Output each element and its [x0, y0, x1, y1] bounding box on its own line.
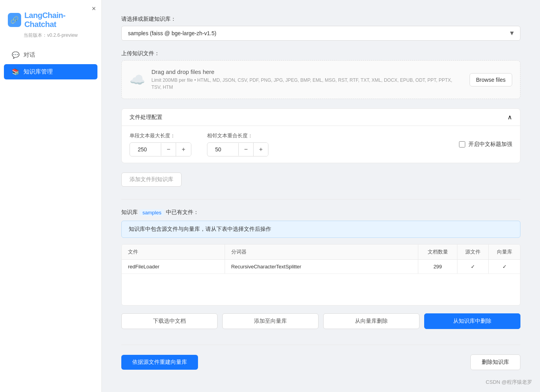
- kb-dropdown-wrapper: samples (faiss @ bge-large-zh-v1.5) ▼: [121, 26, 520, 41]
- th-source: 源文件: [457, 245, 489, 259]
- upload-label: 上传知识文件：: [121, 50, 520, 57]
- th-file: 文件: [122, 245, 225, 259]
- kb-files-header: 知识库 samples 中已有文件：: [121, 209, 520, 216]
- upload-cloud-icon: ☁️: [130, 72, 145, 87]
- remove-vector-button[interactable]: 从向量库删除: [323, 313, 419, 329]
- table-header: 文件 分词器 文档数量 源文件 向量库: [122, 245, 520, 260]
- max-length-label: 单段文本最大长度：: [130, 132, 191, 139]
- overlap-field: 相邻文本重合长度： 50 − +: [207, 132, 269, 156]
- knowledge-icon: 📚: [12, 68, 20, 76]
- max-length-field: 单段文本最大长度： 250 − +: [130, 132, 191, 156]
- upload-drag-text: Drag and drop files here: [151, 68, 463, 75]
- kb-dropdown-value: samples (faiss @ bge-large-zh-v1.5): [128, 30, 216, 36]
- sidebar-item-knowledge-label: 知识库管理: [23, 68, 53, 76]
- conversation-icon: 💬: [12, 51, 20, 59]
- overlap-label: 相邻文本重合长度：: [207, 132, 269, 139]
- kb-header-suffix: 中已有文件：: [166, 209, 199, 216]
- add-files-button[interactable]: 添加文件到知识库: [121, 173, 182, 187]
- sidebar-item-conversation[interactable]: 💬 对话: [4, 47, 97, 63]
- config-panel: 文件处理配置 ∧ 单段文本最大长度： 250 − + 相邻文本重合长度： 50 …: [121, 108, 520, 163]
- add-vector-button[interactable]: 添加至向量库: [222, 313, 319, 329]
- divider-2: [121, 345, 520, 345]
- kb-header-prefix: 知识库: [121, 209, 138, 216]
- info-box: 知识库中包含源文件与向量库，请从下表中选择文件后操作: [121, 221, 520, 238]
- chinese-title-checkbox[interactable]: [459, 141, 465, 147]
- kb-dropdown[interactable]: samples (faiss @ bge-large-zh-v1.5): [121, 26, 520, 41]
- overlap-plus-button[interactable]: +: [254, 143, 268, 156]
- td-count: 299: [418, 260, 457, 273]
- upload-limit-text: Limit 200MB per file • HTML, MD, JSON, C…: [151, 77, 463, 91]
- sidebar-item-knowledge[interactable]: 📚 知识库管理: [4, 64, 97, 79]
- max-length-plus-button[interactable]: +: [176, 143, 191, 156]
- sidebar-item-conversation-label: 对话: [23, 51, 35, 59]
- select-kb-label: 请选择或新建知识库：: [121, 16, 520, 23]
- upload-text-block: Drag and drop files here Limit 200MB per…: [151, 68, 463, 91]
- bottom-row: 依据源文件重建向量库 删除知识库: [121, 354, 520, 378]
- config-title: 文件处理配置: [130, 114, 162, 121]
- td-file: redFileLoader: [122, 260, 225, 273]
- main-content: 请选择或新建知识库： samples (faiss @ bge-large-zh…: [102, 0, 540, 392]
- version-label: 当前版本：v0.2.6-preview: [0, 32, 101, 39]
- table-row[interactable]: redFileLoader RecursiveCharacterTextSpli…: [122, 260, 520, 274]
- sidebar: × 🔗 LangChain-Chatchat 当前版本：v0.2.6-previ…: [0, 0, 102, 392]
- logo-text: LangChain-Chatchat: [24, 11, 94, 29]
- table-empty-row: [122, 274, 520, 305]
- action-row: 下载选中文档 添加至向量库 从向量库删除 从知识库中删除: [121, 313, 520, 329]
- divider: [121, 199, 520, 200]
- download-button[interactable]: 下载选中文档: [121, 313, 218, 329]
- chinese-title-group: 开启中文标题加强: [459, 141, 512, 148]
- th-splitter: 分词器: [225, 245, 418, 259]
- close-icon[interactable]: ×: [92, 5, 96, 13]
- logo-icon: 🔗: [8, 13, 21, 27]
- th-vector: 向量库: [489, 245, 520, 259]
- chinese-title-label[interactable]: 开启中文标题加强: [468, 141, 512, 148]
- th-count: 文档数量: [418, 245, 457, 259]
- td-vector: ✓: [489, 260, 520, 273]
- delete-from-kb-button[interactable]: 从知识库中删除: [424, 313, 520, 329]
- td-source: ✓: [457, 260, 489, 273]
- collapse-icon: ∧: [508, 113, 512, 121]
- max-length-minus-button[interactable]: −: [161, 143, 176, 156]
- max-length-input-group: 250 − +: [130, 142, 191, 156]
- overlap-minus-button[interactable]: −: [239, 143, 254, 156]
- overlap-input-group: 50 − +: [207, 142, 269, 156]
- upload-area[interactable]: ☁️ Drag and drop files here Limit 200MB …: [121, 60, 520, 99]
- config-body: 单段文本最大长度： 250 − + 相邻文本重合长度： 50 − + 开启中文标…: [122, 126, 520, 163]
- watermark: CSDN @程序猿老罗: [486, 379, 532, 386]
- browse-files-button[interactable]: Browse files: [470, 73, 512, 86]
- sidebar-logo: 🔗 LangChain-Chatchat: [0, 0, 101, 32]
- files-table: 文件 分词器 文档数量 源文件 向量库 redFileLoader Recurs…: [121, 244, 520, 306]
- kb-name-badge: samples: [139, 209, 164, 216]
- td-splitter: RecursiveCharacterTextSplitter: [225, 260, 418, 273]
- delete-kb-button[interactable]: 删除知识库: [470, 354, 520, 370]
- config-header[interactable]: 文件处理配置 ∧: [122, 109, 520, 126]
- overlap-value: 50: [207, 143, 239, 156]
- max-length-value: 250: [130, 143, 161, 156]
- rebuild-vector-button[interactable]: 依据源文件重建向量库: [121, 355, 198, 370]
